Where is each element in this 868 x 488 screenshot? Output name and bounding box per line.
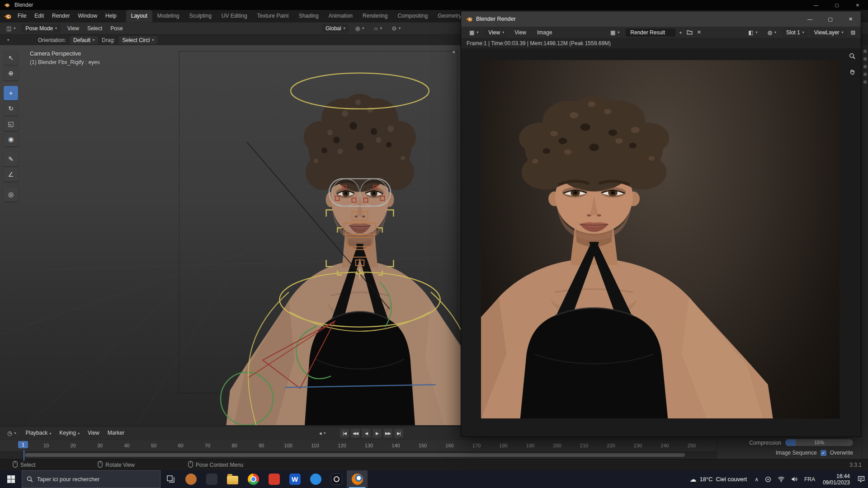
auto-keying-toggle[interactable]: ● ▾ [319,430,326,436]
render-pass-dropdown[interactable]: ◧ ▾ [745,28,761,37]
taskbar-app-cube-app[interactable] [326,470,347,488]
frame-tick-150[interactable]: 150 [414,440,432,451]
overwrite-checkbox[interactable]: ✓ [821,450,826,456]
timeline-editor-type-dropdown[interactable]: ◷ ▾ [4,429,20,438]
properties-tab-icon[interactable] [863,57,867,61]
timeline-menu-keying[interactable]: Keying▾ [55,427,84,439]
frame-tick-40[interactable]: 40 [118,440,136,451]
editor-type-dropdown[interactable]: ▦ ▾ [466,28,482,37]
frame-tick-180[interactable]: 180 [495,440,513,451]
properties-tab-icon[interactable] [863,50,867,53]
menu-help[interactable]: Help [101,10,121,22]
frame-tick-60[interactable]: 60 [172,440,190,451]
prev-keyframe-button[interactable]: ◀◀ [351,429,360,438]
close-button[interactable]: ✕ [840,11,861,27]
taskbar-app-word[interactable]: W [284,470,305,488]
menu-image[interactable]: Image [533,27,556,38]
scale-tool-button[interactable]: ◱ [4,117,18,131]
menu-file[interactable]: File [14,10,30,22]
frame-tick-230[interactable]: 230 [629,440,647,451]
transform-orientation-dropdown[interactable]: Global ▾ [322,24,349,33]
measure-tool-button[interactable]: ∠ [4,167,18,182]
workspace-tab-rendering[interactable]: Rendering [358,10,392,22]
frame-tick-170[interactable]: 170 [467,440,486,451]
timeline-menu-marker[interactable]: Marker [104,427,128,439]
frame-tick-30[interactable]: 30 [91,440,109,451]
frame-tick-130[interactable]: 130 [360,440,378,451]
menu-edit[interactable]: Edit [30,10,48,22]
minimize-button[interactable]: — [800,11,820,27]
extra-tool-button[interactable]: ◎ [4,187,18,202]
workspace-tab-compositing[interactable]: Compositing [392,10,433,22]
current-frame-indicator[interactable]: 1 [18,441,28,448]
active-tool-dropdown[interactable]: ▾ [4,36,13,45]
unlink-image-button[interactable]: ✕ [696,29,702,35]
workspace-tab-uv-editing[interactable]: UV Editing [217,10,252,22]
taskbar-app-blue-app[interactable] [305,470,326,488]
workspace-tab-modeling[interactable]: Modeling [152,10,184,22]
clock-widget[interactable]: 16:44 09/01/2023 [818,473,854,486]
pan-hand-icon[interactable] [849,69,855,76]
taskbar-app-chrome[interactable] [243,470,264,488]
next-keyframe-button[interactable]: ▶▶ [383,429,392,438]
hidden-icons-chevron[interactable]: ∧ [751,476,762,483]
render-window-titlebar[interactable]: Blender Render — ▢ ✕ [461,11,861,27]
frame-tick-210[interactable]: 210 [575,440,593,451]
frame-tick-90[interactable]: 90 [252,440,270,451]
display-channels-dropdown[interactable]: ◍ ▾ [764,28,780,37]
frame-tick-240[interactable]: 240 [656,440,674,451]
image-mode-dropdown[interactable]: View ▾ [485,28,508,37]
tweak-select-tool-button[interactable]: ↖ [4,51,18,65]
mode-dropdown[interactable]: Pose Mode ▾ [22,24,61,33]
menu-window[interactable]: Window [74,10,101,22]
maximize-button[interactable]: ▢ [820,11,840,27]
image-browse-dropdown[interactable]: ▦ ▾ [607,28,623,37]
properties-tab-icon[interactable] [863,65,867,68]
editor-type-dropdown[interactable]: ◫ ▾ [3,24,19,33]
taskbar-app-red-app[interactable] [264,470,284,488]
frame-tick-10[interactable]: 10 [37,440,55,451]
taskbar-app-food-app[interactable] [180,470,201,488]
workspace-tab-texture-paint[interactable]: Texture Paint [252,10,294,22]
frame-tick-250[interactable]: 250 [683,440,701,451]
posed-character[interactable] [220,57,500,425]
play-reverse-button[interactable]: ◀ [362,429,371,438]
frame-tick-160[interactable]: 160 [441,440,459,451]
view-layer-dropdown[interactable]: ViewLayer ▾ [811,28,847,37]
taskbar-app-blender-app[interactable] [347,470,368,488]
frame-tick-100[interactable]: 100 [279,440,297,451]
proportional-editing-dropdown[interactable]: ⊙ ▾ [388,24,404,33]
frame-tick-20[interactable]: 20 [64,440,82,451]
sidebar-collapse-arrow[interactable]: ◂ [452,49,455,55]
new-image-button[interactable]: + [678,30,683,35]
playhead[interactable]: 1 [18,441,28,448]
close-button[interactable]: ✕ [847,0,868,10]
frame-tick-50[interactable]: 50 [145,440,163,451]
start-button[interactable] [0,470,22,488]
orientation-setting-dropdown[interactable]: Default ▾ [70,36,98,44]
frame-tick-70[interactable]: 70 [198,440,217,451]
jump-start-button[interactable]: |◀ [340,429,349,438]
viewport-menu-select[interactable]: Select [83,23,106,35]
compression-slider[interactable]: 15% [785,439,853,446]
frame-tick-80[interactable]: 80 [226,440,244,451]
viewport-menu-pose[interactable]: Pose [106,23,127,35]
frame-tick-120[interactable]: 120 [333,440,351,451]
menu-view[interactable]: View [510,27,530,38]
timeline-scrollbar[interactable] [25,453,685,457]
annotate-tool-button[interactable]: ✎ [4,152,18,166]
frame-tick-190[interactable]: 190 [521,440,539,451]
viewport-menu-view[interactable]: View [63,23,83,35]
properties-tab-icon[interactable] [863,80,867,84]
taskbar-app-notes-app[interactable] [201,470,222,488]
volume-icon[interactable] [788,476,801,482]
weather-widget[interactable]: ☁ 18°C Ciel couvert [685,475,751,483]
zoom-icon[interactable] [849,53,855,61]
timeline-menu-playback[interactable]: Playback▾ [22,427,56,439]
open-image-button[interactable] [686,30,693,35]
image-pin-icon[interactable]: ▨ [850,29,856,35]
tray-status-icon[interactable] [762,476,774,483]
cursor-tool-button[interactable]: ⊕ [4,66,18,80]
jump-end-button[interactable]: ▶| [394,429,403,438]
drag-setting-dropdown[interactable]: Select Circl ▾ [118,36,157,44]
